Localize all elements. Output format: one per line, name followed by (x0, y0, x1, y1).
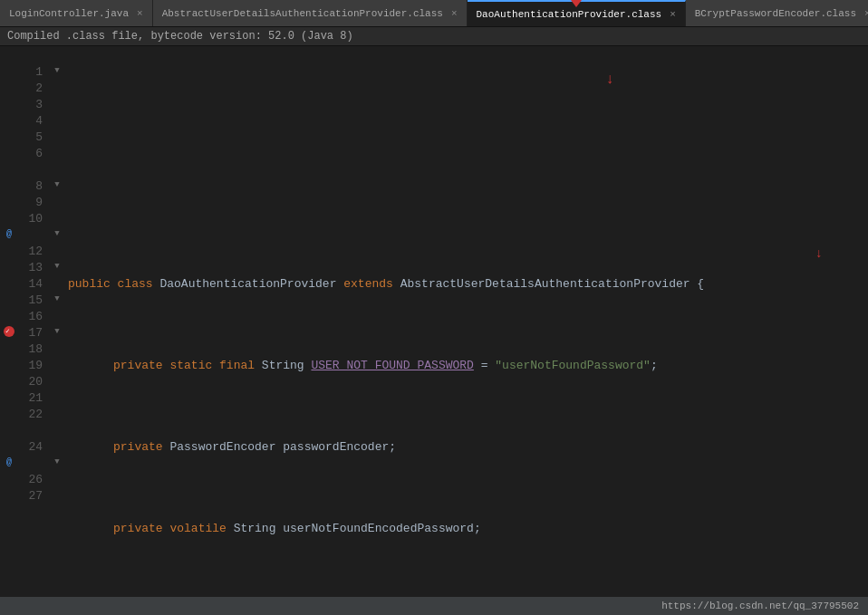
fold-else[interactable]: ▼ (50, 291, 64, 307)
tab-bcrypt[interactable]: BCryptPasswordEncoder.class × (686, 0, 868, 27)
icon-line18 (0, 323, 18, 340)
line-num-26: 26 (18, 472, 43, 488)
string-val: "userNotFoundPassword" (495, 358, 651, 374)
line-num-24: 24 (18, 439, 43, 456)
line-num-20: 20 (18, 374, 43, 390)
line-num-17: 17 (18, 325, 43, 341)
tab-login-label: LoginController.java (9, 8, 129, 19)
line-num-22: 22 (18, 407, 43, 423)
code-line-blank1 (68, 195, 868, 211)
line-num-5: 5 (18, 130, 43, 146)
fold-class[interactable]: ▼ (50, 62, 64, 79)
code-line-2: private static final String USER_NOT_FOU… (68, 358, 868, 374)
line-num-21: 21 (18, 390, 43, 407)
status-url: https://blog.csdn.net/qq_37795502 (661, 601, 859, 611)
kw-static: static (169, 358, 219, 374)
type-string: String (262, 358, 312, 374)
tab-dao-close[interactable]: × (670, 9, 676, 20)
class-name: DaoAuthenticationProvider (159, 276, 343, 293)
breakpoint-icon[interactable] (4, 326, 14, 337)
line-num-9: 9 (18, 195, 43, 211)
status-bar: https://blog.csdn.net/qq_37795502 (0, 597, 868, 615)
tab-bcrypt-label: BCryptPasswordEncoder.class (695, 8, 856, 19)
line-num-empty2 (18, 162, 43, 178)
fold-constructor[interactable]: ▼ (50, 177, 64, 193)
line-num-27: 27 (18, 488, 43, 504)
field-name: USER_NOT_FOUND_PASSWORD (311, 358, 473, 374)
line-num-18: 18 (18, 341, 43, 358)
line-num-16: 16 (18, 309, 43, 325)
line-num-12: 12 (18, 244, 43, 260)
red-arrow-tab (571, 0, 582, 7)
line-num-15: 15 (18, 293, 43, 309)
tab-abstract-label: AbstractUserDetailsAuthenticationProvide… (162, 8, 443, 19)
line-num-empty (18, 48, 43, 64)
line-num-14: 14 (18, 276, 43, 293)
tab-dao[interactable]: DaoAuthenticationProvider.class × (468, 0, 686, 27)
extends-kw: extends (343, 276, 400, 293)
red-arrow-annotation: ↓ (554, 55, 614, 104)
tab-dao-label: DaoAuthenticationProvider.class (477, 9, 662, 20)
fold-gutter: ▼ ▼ ▼ ▼ ▼ ▼ ▼ (50, 46, 64, 607)
parent-class: AbstractUserDetailsAuthenticationProvide… (400, 276, 698, 293)
kw-private: private (113, 358, 169, 374)
left-icons: @ @ (0, 46, 18, 607)
line-num-empty5 (18, 456, 43, 472)
tab-bar: LoginController.java × AbstractUserDetai… (0, 0, 868, 27)
line-num-empty4 (18, 423, 43, 439)
line-num-6: 6 (18, 146, 43, 162)
icon-line12: @ (0, 226, 18, 242)
line-num-19: 19 (18, 358, 43, 374)
code-line-1: public class DaoAuthenticationProvider e… (68, 276, 868, 293)
line-num-empty3 (18, 227, 43, 244)
line-num-8: 8 (18, 178, 43, 195)
line-num-10: 10 (18, 211, 43, 227)
line-num-1: 1 (18, 64, 43, 81)
code-container: @ @ 1 2 3 4 5 6 8 9 10 12 13 14 15 16 17… (0, 46, 868, 607)
fold-method2[interactable]: ▼ (50, 454, 64, 470)
at-icon-2: @ (6, 457, 12, 467)
line-num-4: 4 (18, 113, 43, 130)
at-icon: @ (6, 229, 12, 239)
fold-inner-if[interactable]: ▼ (50, 323, 64, 340)
red-arrow-code: ↓ (769, 229, 823, 278)
info-bar: Compiled .class file, bytecode version: … (0, 27, 868, 46)
line-num-3: 3 (18, 97, 43, 113)
line-num-13: 13 (18, 260, 43, 276)
code-line-3: private PasswordEncoder passwordEncoder; (68, 439, 868, 456)
fold-method1[interactable]: ▼ (50, 226, 64, 242)
line-num-2: 2 (18, 81, 43, 97)
tab-login-close[interactable]: × (137, 8, 143, 19)
line-numbers: 1 2 3 4 5 6 8 9 10 12 13 14 15 16 17 18 … (18, 46, 50, 607)
tab-bcrypt-close[interactable]: × (864, 8, 868, 19)
code-editor[interactable]: ↓ ↓ public class DaoAuthenticationProvid… (64, 46, 868, 607)
fold-if[interactable]: ▼ (50, 258, 64, 274)
tab-abstract[interactable]: AbstractUserDetailsAuthenticationProvide… (153, 0, 468, 27)
icon-line26: @ (0, 454, 18, 470)
kw-public: public class (68, 276, 159, 293)
info-bar-text: Compiled .class file, bytecode version: … (7, 30, 353, 43)
tab-login[interactable]: LoginController.java × (0, 0, 153, 27)
code-line-4: private volatile String userNotFoundEnco… (68, 521, 868, 537)
kw-final: final (219, 358, 262, 374)
tab-abstract-close[interactable]: × (451, 8, 458, 19)
